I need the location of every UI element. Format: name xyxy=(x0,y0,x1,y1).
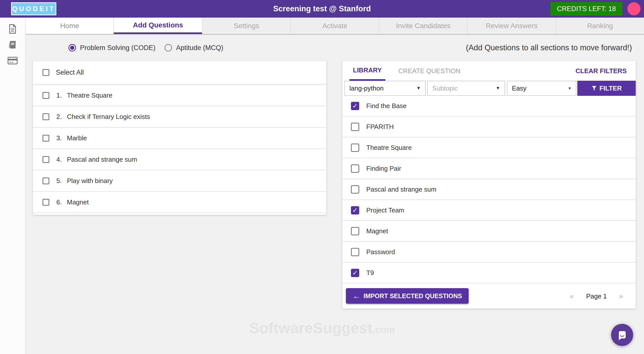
sections-hint: (Add Questions to all sections to move f… xyxy=(466,35,632,61)
arrow-left-icon: ← xyxy=(352,292,360,300)
library-question-checkbox[interactable] xyxy=(351,102,359,110)
select-all-label: Select All xyxy=(56,69,84,76)
select-all-checkbox[interactable] xyxy=(43,69,49,76)
import-selected-questions-button[interactable]: ← IMPORT SELECTED QUESTIONS xyxy=(346,288,469,304)
tab-library[interactable]: LIBRARY xyxy=(349,61,385,81)
library-question-checkbox[interactable] xyxy=(351,164,359,173)
question-number: 3. xyxy=(56,134,65,142)
question-type-radio-group: Problem Solving (CODE) Aptitude (MCQ) xyxy=(68,35,223,61)
library-question-title: T9 xyxy=(366,269,374,277)
library-question-row[interactable]: Password xyxy=(342,242,636,263)
controls-row: Problem Solving (CODE) Aptitude (MCQ) (A… xyxy=(26,35,644,61)
nav-tab[interactable]: Home xyxy=(26,18,113,34)
question-type-option[interactable]: Aptitude (MCQ) xyxy=(165,44,223,52)
difficulty-filter-value: Easy xyxy=(512,84,527,92)
document-icon[interactable] xyxy=(7,23,18,35)
page-indicator: Page 1 xyxy=(586,292,607,300)
app-window: QUODEIT Screening test @ Stanford CREDIT… xyxy=(0,0,644,354)
library-question-title: Password xyxy=(366,248,395,256)
question-checkbox[interactable] xyxy=(43,199,49,206)
subtopic-filter-dropdown[interactable]: Subtopic ▼ xyxy=(427,81,505,96)
library-question-row[interactable]: Theatre Square xyxy=(342,138,636,158)
filter-button-label: FILTER xyxy=(599,84,622,92)
pagination: « Page 1 » xyxy=(570,284,623,308)
book-icon[interactable] xyxy=(7,39,18,51)
nav-tab[interactable]: Add Questions xyxy=(113,18,202,34)
question-title: Magnet xyxy=(67,198,89,206)
nav-tab[interactable]: Ranking xyxy=(556,18,644,34)
main-content: Home Add Questions Settings Activate Inv… xyxy=(26,18,644,354)
chevron-down-icon: ▼ xyxy=(417,86,421,91)
clear-filters-button[interactable]: CLEAR FILTERS xyxy=(576,61,627,81)
library-question-checkbox[interactable] xyxy=(351,206,359,214)
nav-tab-label: Activate xyxy=(322,22,347,30)
credit-card-icon[interactable] xyxy=(7,55,18,66)
page-title: Screening test @ Stanford xyxy=(0,0,644,18)
question-number: 2. xyxy=(56,113,65,121)
select-all-row[interactable]: Select All xyxy=(33,61,326,85)
question-checkbox[interactable] xyxy=(43,92,49,99)
library-question-checkbox[interactable] xyxy=(351,123,359,131)
question-row[interactable]: 2. Check if Ternary Logic exists xyxy=(33,106,326,128)
next-page-button[interactable]: » xyxy=(619,292,623,300)
question-checkbox[interactable] xyxy=(43,156,49,163)
library-question-checkbox[interactable] xyxy=(351,144,359,152)
nav-tab[interactable]: Activate xyxy=(290,18,379,34)
question-title: Pascal and strange sum xyxy=(67,156,137,163)
library-question-checkbox[interactable] xyxy=(351,269,359,277)
library-question-row[interactable]: Project Team xyxy=(342,200,636,221)
watermark-suffix: .com xyxy=(373,325,395,335)
library-panel: LIBRARY CREATE QUESTION CLEAR FILTERS la… xyxy=(342,61,636,309)
test-questions-panel: Select All 1. Theatre Square 2. Check if… xyxy=(33,61,327,215)
nav-tab-label: Invite Candidates xyxy=(396,22,450,30)
question-checkbox[interactable] xyxy=(43,178,49,184)
filter-row: lang-python ▼ Subtopic ▼ Easy ▼ FILTER xyxy=(342,81,636,96)
difficulty-filter-dropdown[interactable]: Easy ▼ xyxy=(507,81,577,96)
library-question-row[interactable]: Magnet xyxy=(342,221,636,242)
library-footer: ← IMPORT SELECTED QUESTIONS « Page 1 » xyxy=(342,284,636,308)
library-question-title: Find the Base xyxy=(366,102,407,110)
nav-tab-label: Settings xyxy=(234,22,259,30)
nav-tab[interactable]: Invite Candidates xyxy=(379,18,467,34)
question-row[interactable]: 4. Pascal and strange sum xyxy=(33,149,326,170)
nav-tab-label: Home xyxy=(60,22,79,30)
question-row[interactable]: 5. Play with binary xyxy=(33,170,326,192)
question-row[interactable]: 3. Marble xyxy=(33,128,326,149)
question-title: Marble xyxy=(67,134,87,142)
language-filter-dropdown[interactable]: lang-python ▼ xyxy=(344,81,426,96)
chat-launcher-button[interactable] xyxy=(611,324,633,346)
library-question-checkbox[interactable] xyxy=(351,185,359,194)
chat-bubble-icon xyxy=(616,329,628,341)
radio-icon[interactable] xyxy=(165,44,172,52)
question-checkbox[interactable] xyxy=(43,113,49,120)
question-number: 5. xyxy=(56,177,65,185)
question-row[interactable]: 1. Theatre Square xyxy=(33,85,326,106)
library-question-row[interactable]: Finding Pair xyxy=(342,158,636,179)
nav-tab[interactable]: Review Answers xyxy=(467,18,555,34)
question-checkbox[interactable] xyxy=(43,135,49,142)
library-question-row[interactable]: T9 xyxy=(342,263,636,284)
library-question-title: Project Team xyxy=(366,206,404,214)
library-question-list: Find the Base FPARITH Theatre Square xyxy=(342,96,636,284)
question-title: Play with binary xyxy=(67,177,113,185)
tab-create-question[interactable]: CREATE QUESTION xyxy=(398,61,461,81)
filter-button[interactable]: FILTER xyxy=(577,81,636,96)
library-question-checkbox[interactable] xyxy=(351,227,359,235)
side-rail xyxy=(0,18,26,354)
library-question-row[interactable]: FPARITH xyxy=(342,117,636,138)
avatar[interactable] xyxy=(627,2,640,15)
test-questions-list: 1. Theatre Square 2. Check if Ternary Lo… xyxy=(33,85,326,213)
library-question-title: FPARITH xyxy=(366,123,394,131)
library-question-checkbox[interactable] xyxy=(351,248,359,256)
library-question-row[interactable]: Pascal and strange sum xyxy=(342,179,636,200)
language-filter-value: lang-python xyxy=(349,84,384,92)
question-row[interactable]: 6. Magnet xyxy=(33,192,326,213)
radio-icon[interactable] xyxy=(68,44,76,52)
library-question-title: Magnet xyxy=(366,227,388,235)
library-question-row[interactable]: Find the Base xyxy=(342,96,636,117)
nav-tab-label: Ranking xyxy=(587,22,613,30)
library-question-title: Pascal and strange sum xyxy=(366,186,436,193)
previous-page-button[interactable]: « xyxy=(570,292,574,300)
question-type-option[interactable]: Problem Solving (CODE) xyxy=(68,44,155,52)
nav-tab[interactable]: Settings xyxy=(202,18,290,34)
